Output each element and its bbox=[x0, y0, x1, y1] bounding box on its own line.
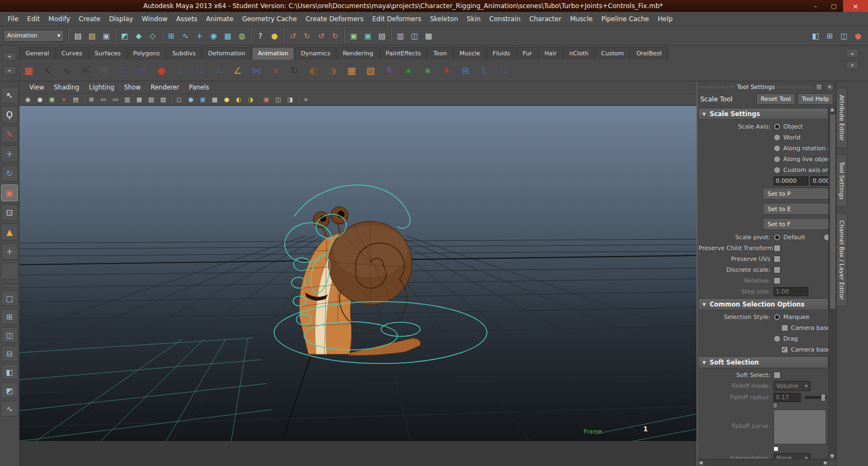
shelf-paint-skin-weights-icon[interactable]: ✎ bbox=[381, 62, 398, 80]
shelf-tab-dynamics[interactable]: Dynamics bbox=[295, 47, 336, 60]
shelf-smooth-bind-icon[interactable]: ▦ bbox=[343, 62, 360, 80]
shelf-curve-ease-out-icon[interactable]: ∿ bbox=[58, 62, 75, 80]
select-tool[interactable]: ↖ bbox=[1, 87, 18, 104]
separator[interactable] bbox=[389, 29, 393, 43]
render-current-frame-icon[interactable]: ▣ bbox=[347, 29, 360, 42]
shelf-jiggle-icon[interactable]: ∷ bbox=[495, 62, 512, 80]
viewport-canvas[interactable] bbox=[20, 106, 696, 466]
ipr-render-icon[interactable]: ▣ bbox=[361, 29, 375, 42]
radio-selection-marquee[interactable] bbox=[774, 314, 781, 321]
snap-to-points-icon[interactable]: + bbox=[193, 29, 206, 42]
shelf-mirror-joint-icon[interactable]: ⋈ bbox=[248, 62, 265, 80]
shelf-lattice-icon[interactable]: ⊞ bbox=[457, 62, 474, 80]
scrollbar-thumb[interactable] bbox=[829, 114, 836, 309]
snap-to-curves-icon[interactable]: ∿ bbox=[179, 29, 192, 42]
separator[interactable] bbox=[113, 29, 117, 43]
image-plane-icon[interactable]: ▤ bbox=[70, 94, 81, 105]
shelf-tab-menu-button[interactable]: ▾ bbox=[3, 66, 16, 75]
last-tool-slot[interactable] bbox=[1, 263, 18, 279]
render-settings-icon[interactable]: ▤ bbox=[375, 29, 389, 42]
ambient-occlusion-icon[interactable]: ◑ bbox=[245, 94, 256, 105]
close-button[interactable]: × bbox=[843, 0, 868, 12]
two-pane-side-layout-button[interactable]: ◫ bbox=[1, 327, 18, 343]
new-scene-icon[interactable]: ▤ bbox=[71, 29, 85, 42]
radio-scale-axis-rotation[interactable] bbox=[774, 145, 781, 152]
set-to-point-button[interactable]: Set to P bbox=[763, 188, 829, 200]
menu-assets[interactable]: Assets bbox=[172, 15, 202, 23]
open-scene-icon[interactable]: ▨ bbox=[85, 29, 99, 42]
shelf-tab-custom[interactable]: Custom bbox=[595, 47, 630, 60]
menu-geometry-cache[interactable]: Geometry Cache bbox=[238, 15, 301, 23]
field-chart-icon[interactable]: ▦ bbox=[134, 94, 145, 105]
set-to-face-button[interactable]: Set to F bbox=[763, 218, 829, 230]
menu-muscle[interactable]: Muscle bbox=[566, 15, 597, 23]
node-connections-icon[interactable]: ↻ bbox=[328, 29, 342, 42]
falloff-radius-slider[interactable] bbox=[805, 396, 827, 399]
reset-tool-button[interactable]: Reset Tool bbox=[756, 93, 795, 105]
shelf-joint-tool-icon[interactable]: ∴ bbox=[115, 62, 132, 80]
move-tool[interactable]: + bbox=[1, 145, 18, 162]
shelf-tab-ncloth[interactable]: nCloth bbox=[563, 47, 595, 60]
menu-file[interactable]: File bbox=[3, 15, 23, 23]
drag-handle[interactable] bbox=[700, 86, 734, 88]
separator[interactable] bbox=[249, 29, 253, 43]
preserve-uvs-checkbox[interactable] bbox=[774, 256, 781, 263]
radio-scale-axis-live-object[interactable] bbox=[774, 156, 781, 163]
menu-character[interactable]: Character bbox=[525, 15, 566, 23]
menu-animate[interactable]: Animate bbox=[202, 15, 238, 23]
panel-horizontal-scrollbar[interactable]: ◀ ▶ bbox=[698, 459, 829, 466]
section-scale-settings[interactable]: ▼ Scale Settings bbox=[698, 108, 828, 120]
panel-layout-single-icon[interactable]: ◧ bbox=[809, 29, 822, 42]
shelf-tab-curves[interactable]: Curves bbox=[55, 47, 88, 60]
axis-x-field[interactable]: 0.0000 bbox=[774, 176, 808, 186]
film-gate-icon[interactable]: ▭ bbox=[98, 94, 109, 105]
falloff-curve-widget[interactable] bbox=[774, 410, 826, 444]
shelf-insert-joint-icon[interactable]: ● bbox=[153, 62, 170, 80]
shelf-joint-chain-icon[interactable]: ∷ bbox=[191, 62, 208, 80]
gate-mask-icon[interactable]: ▥ bbox=[122, 94, 133, 105]
separator[interactable] bbox=[67, 29, 71, 43]
shelf-rigid-bind-icon[interactable]: ◐ bbox=[305, 62, 322, 80]
checkered-icon[interactable]: ▩ bbox=[209, 94, 220, 105]
scroll-right-icon[interactable]: ▶ bbox=[822, 460, 829, 466]
panel-layout-outliner-icon[interactable]: ◫ bbox=[837, 29, 851, 42]
shelf-tab-fur[interactable]: Fur bbox=[517, 47, 538, 60]
shelf-detach-skin-icon[interactable]: ▧ bbox=[362, 62, 379, 80]
shelf-item-menu-button[interactable]: ▾ bbox=[3, 52, 16, 61]
display-quality-icon[interactable]: ● bbox=[851, 29, 865, 42]
panel-menu-show[interactable]: Show bbox=[120, 84, 145, 91]
menu-create[interactable]: Create bbox=[74, 15, 105, 23]
grid-toggle-icon[interactable]: ⊞ bbox=[86, 94, 97, 105]
menu-constrain[interactable]: Constrain bbox=[485, 15, 525, 23]
panel-vertical-scrollbar[interactable]: ▲ ▼ bbox=[828, 106, 836, 459]
snap-to-grids-icon[interactable]: ⊞ bbox=[164, 29, 178, 42]
menu-help[interactable]: Help bbox=[654, 15, 677, 23]
radio-scale-pivot-default[interactable] bbox=[774, 234, 781, 241]
scroll-up-icon[interactable]: ▲ bbox=[829, 106, 835, 113]
panel-menu-lighting[interactable]: Lighting bbox=[85, 84, 118, 91]
shelf-tab-polygons[interactable]: Polygons bbox=[127, 47, 166, 60]
lasso-tool[interactable]: Ϙ bbox=[1, 106, 18, 123]
menu-edit[interactable]: Edit bbox=[23, 15, 44, 23]
menu-skeleton[interactable]: Skeleton bbox=[426, 15, 462, 23]
preserve-child-checkbox[interactable] bbox=[774, 245, 781, 252]
scene-3d[interactable] bbox=[20, 106, 696, 441]
hypergraph-persp-layout-button[interactable]: ∿ bbox=[1, 401, 18, 417]
dock-panel-icon[interactable]: ⊡ bbox=[815, 83, 823, 91]
tool-help-button[interactable]: Tool Help bbox=[797, 93, 833, 105]
render-view-icon[interactable]: ◫ bbox=[408, 29, 421, 42]
panel-menu-shading[interactable]: Shading bbox=[49, 84, 84, 91]
shelf-tab-general[interactable]: General bbox=[20, 47, 55, 60]
scroll-down-icon[interactable]: ▼ bbox=[829, 453, 835, 459]
separator[interactable] bbox=[257, 95, 260, 105]
wireframe-mode-icon[interactable]: ◻ bbox=[173, 94, 185, 105]
step-size-field[interactable]: 1.00 bbox=[774, 287, 808, 296]
separator[interactable] bbox=[169, 95, 173, 105]
menu-modify[interactable]: Modify bbox=[44, 15, 74, 23]
outputs-from-selected-icon[interactable]: ↻ bbox=[300, 29, 314, 42]
hypershade-icon[interactable]: ▥ bbox=[394, 29, 407, 42]
menu-edit-deformers[interactable]: Edit Deformers bbox=[368, 15, 426, 23]
camera-based-drag-checkbox[interactable] bbox=[781, 346, 788, 353]
textured-mode-icon[interactable]: ▣ bbox=[197, 94, 208, 105]
radio-selection-drag[interactable] bbox=[774, 335, 781, 342]
